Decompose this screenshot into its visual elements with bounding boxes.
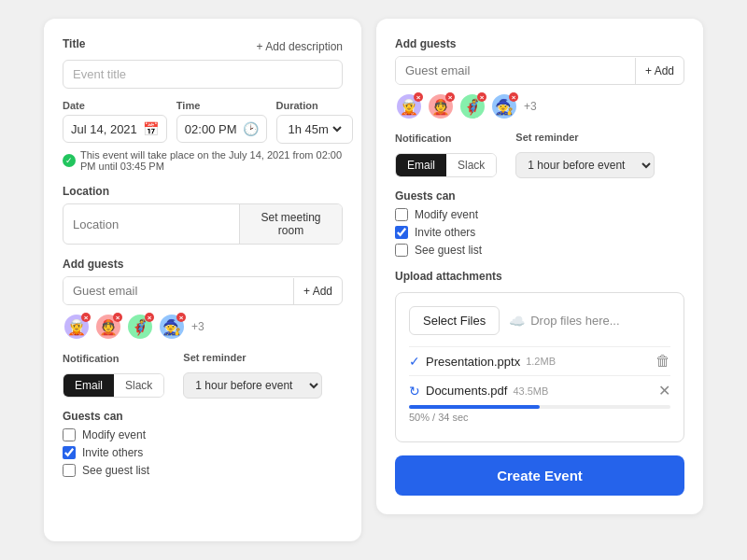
time-label: Time	[176, 100, 267, 111]
invite-others-label-left[interactable]: Invite others	[82, 446, 143, 459]
guest-email-row-left: + Add	[63, 276, 343, 305]
modify-event-label-left[interactable]: Modify event	[82, 428, 146, 441]
create-event-button[interactable]: Create Event	[395, 455, 684, 496]
avatar-2-right[interactable]: 👲×	[427, 92, 455, 120]
invite-others-row-left: Invite others	[63, 446, 343, 459]
time-value: 02:00 PM	[185, 122, 237, 136]
modify-event-label-right[interactable]: Modify event	[415, 208, 478, 221]
file-info-1: ✓ Presentation.pptx 1.2MB	[409, 354, 556, 369]
slack-tab-left[interactable]: Slack	[114, 374, 163, 397]
remove-avatar-1-left[interactable]: ×	[81, 313, 91, 322]
avatars-more-right: +3	[524, 100, 537, 113]
notification-tab-group-left: Email Slack	[63, 373, 164, 398]
remove-avatar-3-right[interactable]: ×	[477, 92, 486, 102]
file-row-1: ✓ Presentation.pptx 1.2MB 🗑	[409, 346, 670, 375]
check-circle-icon: ✓	[63, 154, 76, 167]
date-value: Jul 14, 2021	[71, 122, 137, 136]
drop-files-text: Drop files here...	[530, 314, 619, 328]
event-info: ✓ This event will take place on the July…	[63, 149, 343, 172]
avatars-row-left: 🧝× 👲× 🦸× 🧙× +3	[63, 313, 343, 341]
notification-tab-group-right: Email Slack	[395, 153, 497, 177]
reminder-select-right[interactable]: 1 hour before event 30 min before event …	[515, 152, 655, 178]
file-row-2: ↻ Documents.pdf 43.5MB ✕ 50% / 34 sec	[409, 375, 670, 428]
modify-event-checkbox-left[interactable]	[63, 428, 76, 441]
avatar-3-left[interactable]: 🦸×	[126, 313, 154, 341]
add-guests-label-left: Add guests	[63, 258, 343, 271]
right-panel: Add guests + Add 🧝× 👲× 🦸× 🧙× +3 Notifica…	[376, 19, 703, 514]
location-input[interactable]	[63, 211, 239, 238]
file-name-2: Documents.pdf	[426, 384, 507, 398]
reminder-label-right: Set reminder	[515, 132, 655, 143]
guests-can-label-left: Guests can	[63, 410, 343, 423]
duration-input-group: 1h 45m 30m 1h 2h	[276, 115, 353, 144]
invite-others-checkbox-right[interactable]	[395, 226, 408, 239]
notification-label-left: Notification	[63, 353, 164, 364]
avatar-3-right[interactable]: 🦸×	[458, 92, 486, 120]
avatars-row-right: 🧝× 👲× 🦸× 🧙× +3	[395, 92, 684, 120]
reminder-label-left: Set reminder	[183, 352, 322, 363]
see-guest-row-left: See guest list	[63, 464, 343, 477]
set-meeting-room-button[interactable]: Set meeting room	[239, 204, 342, 244]
event-info-text: This event will take place on the July 1…	[80, 149, 343, 172]
slack-tab-right[interactable]: Slack	[446, 154, 496, 176]
event-title-input[interactable]	[63, 60, 343, 89]
avatar-4-left[interactable]: 🧙×	[158, 313, 186, 341]
cloud-icon: ☁️	[509, 314, 525, 329]
invite-others-row-right: Invite others	[395, 226, 684, 239]
time-input-group: 02:00 PM 🕑	[176, 115, 267, 143]
delete-file-1-button[interactable]: 🗑	[655, 353, 670, 370]
clock-icon[interactable]: 🕑	[243, 121, 259, 136]
remove-avatar-3-left[interactable]: ×	[145, 313, 154, 322]
left-panel: Title + Add description Date Jul 14, 202…	[44, 19, 361, 541]
upload-actions: Select Files ☁️ Drop files here...	[409, 306, 670, 335]
file-size-2: 43.5MB	[513, 385, 548, 397]
notification-label-right: Notification	[395, 133, 497, 144]
see-guest-label-left[interactable]: See guest list	[82, 464, 149, 477]
guest-email-row-right: + Add	[395, 56, 684, 85]
progress-info-text: 50% / 34 sec	[409, 412, 670, 423]
date-input-group: Jul 14, 2021 📅	[63, 115, 167, 143]
remove-avatar-2-right[interactable]: ×	[445, 92, 455, 102]
guest-email-input-right[interactable]	[396, 57, 635, 84]
upload-box: Select Files ☁️ Drop files here... ✓ Pre…	[395, 292, 684, 442]
see-guest-label-right[interactable]: See guest list	[415, 244, 482, 257]
reminder-select-left[interactable]: 1 hour before event 30 min before event …	[183, 372, 322, 399]
modify-event-row-right: Modify event	[395, 208, 684, 221]
file-info-2: ↻ Documents.pdf 43.5MB	[409, 384, 548, 399]
cancel-file-2-button[interactable]: ✕	[658, 382, 670, 399]
loading-icon-2: ↻	[409, 384, 420, 399]
add-guest-button-left[interactable]: + Add	[293, 278, 342, 304]
see-guest-checkbox-left[interactable]	[63, 464, 76, 477]
invite-others-label-right[interactable]: Invite others	[415, 226, 475, 239]
progress-container: 50% / 34 sec	[409, 401, 670, 423]
avatar-1-right[interactable]: 🧝×	[395, 92, 423, 120]
email-tab-right[interactable]: Email	[396, 154, 446, 176]
see-guest-checkbox-right[interactable]	[395, 244, 408, 257]
invite-others-checkbox-left[interactable]	[63, 446, 76, 459]
add-guests-label-right: Add guests	[395, 37, 684, 50]
drop-zone: ☁️ Drop files here...	[509, 314, 619, 329]
duration-select[interactable]: 1h 45m 30m 1h 2h	[285, 121, 345, 137]
avatar-4-right[interactable]: 🧙×	[490, 92, 518, 120]
add-guest-button-right[interactable]: + Add	[635, 58, 684, 84]
date-label: Date	[63, 100, 167, 111]
progress-bar-fill	[409, 405, 540, 409]
guests-can-label-right: Guests can	[395, 189, 684, 203]
title-label: Title	[63, 37, 85, 50]
add-description-button[interactable]: + Add description	[257, 40, 343, 53]
avatars-more-left: +3	[191, 320, 204, 333]
email-tab-left[interactable]: Email	[63, 374, 114, 397]
avatar-2-left[interactable]: 👲×	[94, 313, 122, 341]
calendar-icon[interactable]: 📅	[143, 121, 159, 136]
avatar-1-left[interactable]: 🧝×	[63, 313, 91, 341]
modify-event-checkbox-right[interactable]	[395, 208, 408, 221]
remove-avatar-2-left[interactable]: ×	[113, 313, 122, 322]
guest-email-input-left[interactable]	[63, 277, 293, 304]
remove-avatar-4-right[interactable]: ×	[509, 92, 518, 102]
progress-bar-background	[409, 405, 670, 409]
select-files-button[interactable]: Select Files	[409, 306, 500, 335]
modify-event-row-left: Modify event	[63, 428, 343, 441]
remove-avatar-1-right[interactable]: ×	[414, 92, 423, 102]
remove-avatar-4-left[interactable]: ×	[176, 313, 186, 322]
see-guest-row-right: See guest list	[395, 244, 684, 257]
